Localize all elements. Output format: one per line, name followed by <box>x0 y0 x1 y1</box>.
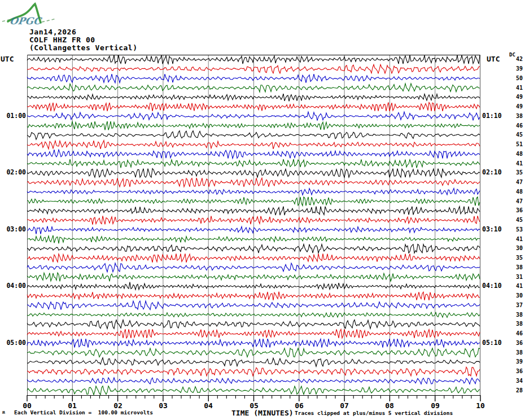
dc-value: 47 <box>510 199 523 204</box>
dc-value: 49 <box>510 104 523 110</box>
right-time-label: 02:10 <box>482 169 510 176</box>
dc-value: 35 <box>510 255 523 261</box>
dc-value: 51 <box>510 142 523 147</box>
dc-value: 38 <box>510 350 523 356</box>
dc-value: 39 <box>510 359 523 365</box>
x-tick-label: 03 <box>156 402 170 409</box>
right-time-label: 03:10 <box>482 226 510 233</box>
dc-value: 36 <box>510 340 523 346</box>
dc-value: 41 <box>510 85 523 91</box>
dc-value: 38 <box>510 312 523 318</box>
x-tick-label: 04 <box>201 402 216 409</box>
left-time-label: 04:00 <box>0 283 26 290</box>
dc-value: 30 <box>510 293 523 299</box>
corner-mark: ʍ <box>2 410 5 415</box>
dc-value: 34 <box>510 378 523 384</box>
left-time-label: 01:00 <box>0 113 26 120</box>
left-time-label: 02:00 <box>0 169 26 176</box>
x-tick-label: 01 <box>65 402 80 409</box>
dc-value: 31 <box>510 274 523 280</box>
dc-value: 53 <box>510 227 523 233</box>
dc-value: 48 <box>510 189 523 195</box>
dc-value: 42 <box>510 56 523 62</box>
dc-value: 36 <box>510 208 523 213</box>
x-tick-label: 10 <box>473 402 488 409</box>
dc-value: 41 <box>510 283 523 289</box>
dc-value: 45 <box>510 217 523 223</box>
x-tick-label: 07 <box>337 402 352 409</box>
x-axis-title: TIME (MINUTES) <box>231 409 294 417</box>
x-tick-label: 02 <box>111 402 125 409</box>
scale-note: Each Vertical Division = 100.00 microvol… <box>14 410 153 415</box>
dc-value: 39 <box>510 66 523 72</box>
dc-value: 48 <box>510 151 523 157</box>
x-tick-label: 08 <box>382 402 397 409</box>
dc-value: 38 <box>510 265 523 270</box>
dc-value: 41 <box>510 237 523 242</box>
dc-value: 38 <box>510 321 523 327</box>
right-time-label: 04:10 <box>482 283 510 290</box>
dc-value: 45 <box>510 132 523 138</box>
dc-value: 36 <box>510 369 523 374</box>
dc-value: 46 <box>510 331 523 336</box>
x-tick-label: 00 <box>20 402 34 409</box>
dc-value: 37 <box>510 303 523 308</box>
seismogram-plot <box>0 0 525 420</box>
dc-value: 41 <box>510 161 523 167</box>
right-time-label: 01:10 <box>482 113 510 120</box>
left-time-label: 05:00 <box>0 340 26 347</box>
clip-note: Traces clipped at plus/minus 5 vertical … <box>295 410 453 416</box>
dc-value: 50 <box>510 76 523 81</box>
dc-value: 47 <box>510 180 523 185</box>
x-tick-label: 09 <box>428 402 443 409</box>
x-tick-label: 06 <box>292 402 307 409</box>
left-time-label: 03:00 <box>0 226 26 233</box>
helicorder-screen: OPGC Jan14,2026 COLF HHZ FR 00 (Collange… <box>0 0 525 420</box>
dc-value: 49 <box>510 94 523 100</box>
dc-value: 46 <box>510 123 523 129</box>
dc-value: 35 <box>510 170 523 176</box>
dc-value: 38 <box>510 113 523 119</box>
right-time-label: 05:10 <box>482 340 510 347</box>
dc-value: 30 <box>510 246 523 251</box>
dc-value: 28 <box>510 388 523 393</box>
